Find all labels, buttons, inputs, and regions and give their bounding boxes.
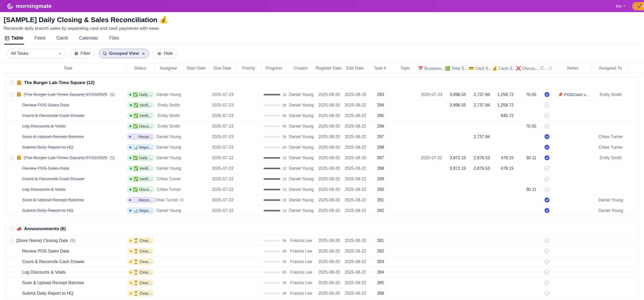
column-header-edit[interactable]: Edit Date	[342, 63, 368, 73]
task-row[interactable]: Scan & Upload Receipt Batches🧾 Recei...C…	[6, 195, 638, 205]
collapse-toggle-icon[interactable]: −	[10, 227, 14, 231]
check-circle-icon[interactable]	[544, 123, 550, 129]
column-header-assignee[interactable]: Assignee	[154, 63, 183, 73]
status-chip[interactable]: ⏳ Closi...	[127, 237, 154, 244]
task-row[interactable]: Submit Daily Report to HQ⏳ Closi...0%Fra…	[6, 288, 638, 298]
collapse-toggle-icon[interactable]: −	[10, 156, 14, 160]
hide-button[interactable]: Hide	[153, 49, 177, 58]
task-name[interactable]: Review POS Sales Data	[22, 166, 69, 171]
task-row[interactable]: −[Store Name] Closing Date(5)⏳ Closi...0…	[6, 235, 638, 246]
task-row[interactable]: Scan & Upload Receipt Batches⏳ Closi...0…	[6, 277, 638, 288]
task-name[interactable]: Count & Reconcile Cash Drawer	[22, 113, 85, 118]
task-row[interactable]: Review POS Sales Data✅ Verifi...Daniel Y…	[6, 163, 638, 173]
filter-button[interactable]: Filter	[70, 49, 95, 58]
column-header-cash[interactable]: 💰 Cash S...	[492, 63, 516, 73]
column-header-start[interactable]: Start Date	[183, 63, 209, 73]
status-chip[interactable]: ⏳ Closi...	[127, 279, 154, 286]
check-circle-icon[interactable]	[544, 102, 550, 108]
check-circle-icon[interactable]	[544, 259, 550, 264]
status-chip[interactable]: 🧾 Recei...	[127, 197, 154, 203]
task-row[interactable]: Count & Reconcile Cash Drawer⏳ Closi...0…	[6, 256, 638, 267]
task-row[interactable]: −🍔[The Burger Lab-Times Square] 07/23/20…	[6, 89, 638, 100]
status-chip[interactable]: ⏳ Closi...	[127, 290, 154, 297]
status-chip[interactable]: ⏳ Closi...	[127, 269, 154, 275]
status-chip[interactable]: 📊 Repo...	[127, 144, 154, 151]
check-circle-icon[interactable]	[544, 92, 550, 97]
task-name[interactable]: Submit Daily Report to HQ	[22, 145, 73, 150]
status-chip[interactable]: 🧾 Recei...	[127, 133, 154, 140]
task-row[interactable]: Scan & Upload Receipt Batches🧾 Recei...D…	[6, 131, 638, 142]
task-name[interactable]: Log Discounts & Voids	[22, 124, 66, 129]
task-name[interactable]: Scan & Upload Receipt Batches	[22, 280, 84, 285]
status-chip[interactable]: ✅ Verifi...	[127, 165, 154, 172]
grouped-view-chip[interactable]: Grouped View	[99, 49, 149, 58]
task-row[interactable]: Log Discounts & Voids⏳ Closi...0%Francis…	[6, 267, 638, 277]
status-chip[interactable]: ✅ Verifi...	[127, 102, 154, 108]
column-header-priority[interactable]: Priority	[236, 63, 262, 73]
task-name[interactable]: Scan & Upload Receipt Batches	[22, 134, 84, 139]
column-header-topic[interactable]: Topic	[392, 63, 418, 73]
column-header-task_no[interactable]: Task #	[368, 63, 392, 73]
status-chip[interactable]: ✅ Verifi...	[127, 176, 154, 182]
column-header-register[interactable]: Register Date	[316, 63, 342, 73]
task-row[interactable]: −🍔[The Burger Lab-Times Square] 07/22/20…	[6, 152, 638, 163]
task-scope-select[interactable]: All Tasks	[7, 49, 66, 58]
check-circle-icon[interactable]	[544, 197, 550, 203]
check-circle-icon[interactable]	[544, 176, 550, 182]
check-circle-icon[interactable]	[544, 291, 550, 296]
tab-files[interactable]: Files	[109, 35, 120, 45]
task-row[interactable]: Submit Daily Report to HQ📊 Repo...Daniel…	[6, 142, 638, 152]
check-circle-icon[interactable]	[544, 166, 550, 171]
status-chip[interactable]: ✅ Disco...	[127, 186, 154, 193]
check-circle-icon[interactable]	[544, 155, 550, 161]
task-name[interactable]: Submit Daily Report to HQ	[22, 291, 73, 296]
task-name[interactable]: [The Burger Lab-Times Square] 07/22/2025	[24, 155, 108, 160]
column-header-discount[interactable]: ❌ Discou...	[516, 63, 539, 73]
status-chip[interactable]: 📊 Repo...	[127, 207, 154, 214]
column-header-due[interactable]: Due Date	[209, 63, 236, 73]
task-row[interactable]: Log Discounts & Voids✅ Disco...Emily Smi…	[6, 121, 638, 131]
check-circle-icon[interactable]	[544, 187, 550, 192]
check-circle-icon[interactable]	[544, 280, 550, 286]
tab-feed[interactable]: Feed	[34, 35, 46, 45]
column-header-check[interactable]: C...	[539, 63, 554, 73]
column-header-status[interactable]: Status	[127, 63, 154, 73]
task-name[interactable]: Log Discounts & Voids	[22, 270, 66, 275]
column-header-business[interactable]: 📅 Business...	[418, 63, 445, 73]
task-name[interactable]: Submit Daily Report to HQ	[22, 208, 73, 213]
collapse-toggle-icon[interactable]: −	[10, 92, 14, 97]
check-circle-icon[interactable]	[544, 248, 550, 254]
column-header-notes[interactable]: Notes	[554, 63, 591, 73]
task-name[interactable]: Count & Reconcile Cash Drawer	[22, 176, 85, 181]
task-name[interactable]: Review POS Sales Data	[22, 249, 69, 254]
status-chip[interactable]: ✅ Daily ...	[127, 154, 154, 161]
close-icon[interactable]	[142, 52, 145, 55]
task-row[interactable]: Review POS Sales Data✅ Verifi...Emily Sm…	[6, 100, 638, 110]
status-chip[interactable]: ✅ Daily ...	[127, 91, 154, 98]
column-header-creator[interactable]: Creator	[286, 63, 316, 73]
status-chip[interactable]: ⏳ Closi...	[127, 248, 154, 254]
status-chip[interactable]: ✅ Verifi...	[127, 112, 154, 119]
task-name[interactable]: Review POS Sales Data	[22, 103, 69, 108]
task-name[interactable]: Count & Reconcile Cash Drawer	[22, 259, 85, 264]
check-circle-icon[interactable]	[544, 144, 550, 150]
column-header-progress[interactable]: Progress	[262, 63, 286, 73]
column-header-card[interactable]: 💳 Card S...	[468, 63, 492, 73]
status-chip[interactable]: ✅ Disco...	[127, 123, 154, 129]
task-name[interactable]: [Store Name] Closing Date	[16, 238, 68, 243]
column-header-total[interactable]: 💹 Total S...	[445, 63, 468, 73]
task-name[interactable]: Scan & Upload Receipt Batches	[22, 197, 84, 202]
check-circle-icon[interactable]	[544, 134, 550, 139]
task-row[interactable]: Submit Daily Report to HQ📊 Repo...Daniel…	[6, 205, 638, 216]
tab-table[interactable]: Table	[4, 35, 24, 45]
collapse-toggle-icon[interactable]: −	[10, 238, 14, 243]
language-selector[interactable]: EN	[616, 4, 626, 8]
tab-calendar[interactable]: Calendar	[78, 35, 99, 45]
task-name[interactable]: [The Burger Lab-Times Square] 07/23/2025	[24, 92, 108, 97]
check-circle-icon[interactable]	[544, 113, 550, 118]
collapse-toggle-icon[interactable]: −	[10, 81, 14, 85]
task-name[interactable]: Log Discounts & Voids	[22, 187, 66, 192]
check-circle-icon[interactable]	[544, 208, 550, 213]
tab-gantt[interactable]: Gantt	[56, 35, 68, 45]
task-row[interactable]: Log Discounts & Voids✅ Disco...Chloe Tur…	[6, 184, 638, 195]
